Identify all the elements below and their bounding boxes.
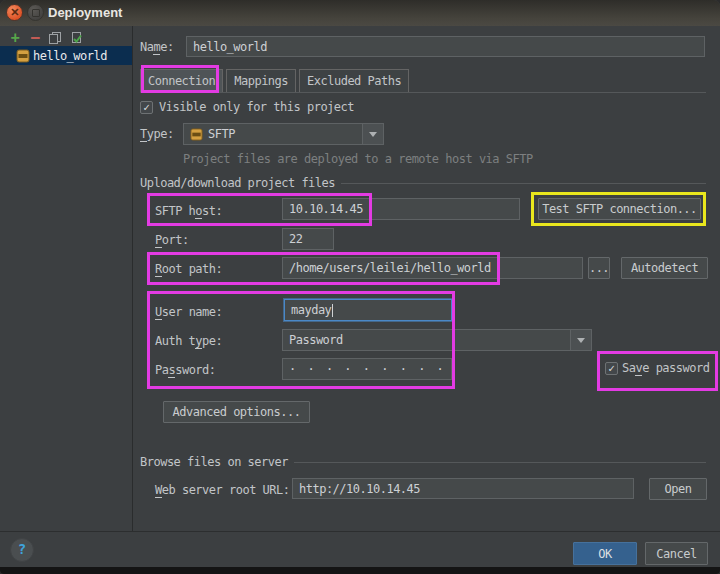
browse-group-header: Browse files on server [140,455,706,469]
auth-type-select[interactable]: Password [282,329,592,351]
chevron-down-icon [369,132,377,137]
save-password-checkbox[interactable]: ✓ [605,362,618,375]
browse-group-title: Browse files on server [140,455,288,469]
save-password-label: Save password [622,361,709,375]
close-icon[interactable]: ✕ [6,4,23,21]
web-url-value: http://10.10.14.45 [299,482,420,496]
titlebar: ✕ Deployment [0,0,720,26]
open-button[interactable]: Open [649,478,707,500]
sftp-server-icon [16,49,30,63]
autodetect-button[interactable]: Autodetect [621,257,708,279]
visible-only-checkbox[interactable]: ✓ [140,101,153,114]
user-name-label: User name: [155,305,222,319]
visible-only-label: Visible only for this project [159,100,354,114]
group-divider [341,183,706,184]
name-input[interactable]: hello_world [186,36,705,57]
add-server-icon[interactable]: + [7,30,23,46]
type-value: SFTP [208,127,235,141]
password-input[interactable]: · · · · · · · · · [282,358,452,380]
sftp-host-value: 10.10.14.45 [289,202,363,216]
sftp-type-icon [190,128,203,141]
auth-type-dropdown-button[interactable] [570,330,591,350]
auth-type-value: Password [289,333,343,347]
window-bottom-edge [0,567,720,574]
copy-pages-icon [48,31,62,45]
upload-group-title: Upload/download project files [140,176,335,190]
password-label: Password: [155,363,216,377]
root-path-browse-button[interactable]: ... [588,257,610,279]
server-item-label: hello_world [33,49,107,63]
auth-type-label: Auth type: [155,334,222,348]
chevron-down-icon [577,338,585,343]
type-label: Type: [140,127,174,141]
advanced-options-button[interactable]: Advanced options... [163,401,310,423]
cancel-button[interactable]: Cancel [645,542,708,565]
tab-mappings[interactable]: Mappings [226,69,296,92]
root-path-value: /home/users/leilei/hello_world [289,261,491,275]
sftp-host-input[interactable]: 10.10.14.45 [282,198,520,220]
sftp-host-label: SFTP host: [155,204,222,218]
window-title: Deployment [48,5,122,20]
server-list-panel: + − hello_world [0,26,133,531]
dialog-footer: ? OK Cancel [0,531,720,568]
name-value: hello_world [193,40,267,54]
web-url-label: Web server root URL: [155,483,290,497]
web-url-input[interactable]: http://10.10.14.45 [292,478,634,499]
maximize-icon[interactable] [27,4,44,21]
maximize-square-icon [32,9,40,17]
help-button[interactable]: ? [10,538,34,562]
type-hint: Project files are deployed to a remote h… [183,152,533,166]
name-label: Name: [140,40,174,54]
test-sftp-connection-button[interactable]: Test SFTP connection... [538,198,701,220]
remove-server-icon[interactable]: − [27,30,43,46]
password-masked-value: · · · · · · · · · [289,362,446,376]
tab-connection[interactable]: Connection [140,69,223,92]
text-caret [332,304,333,317]
deployment-dialog: ✕ Deployment + − hello_world Nam [0,0,720,574]
ok-button[interactable]: OK [573,542,637,565]
tab-excluded-paths[interactable]: Excluded Paths [299,69,409,92]
use-as-default-icon[interactable] [69,31,85,47]
type-dropdown-button[interactable] [362,124,383,144]
tab-bar: Connection Mappings Excluded Paths [140,68,706,93]
upload-group-header: Upload/download project files [140,176,706,190]
copy-server-icon[interactable] [47,31,63,47]
port-value: 22 [289,232,302,246]
user-name-input[interactable]: mayday [284,299,452,321]
page-check-icon [70,31,84,45]
root-path-input[interactable]: /home/users/leilei/hello_world [282,257,583,279]
root-path-label: Root path: [155,262,222,276]
port-input[interactable]: 22 [282,228,334,250]
port-label: Port: [155,233,189,247]
server-list-item-hello-world[interactable]: hello_world [0,46,132,65]
type-select[interactable]: SFTP [183,123,384,145]
group-divider [294,462,706,463]
user-name-value: mayday [291,303,331,317]
